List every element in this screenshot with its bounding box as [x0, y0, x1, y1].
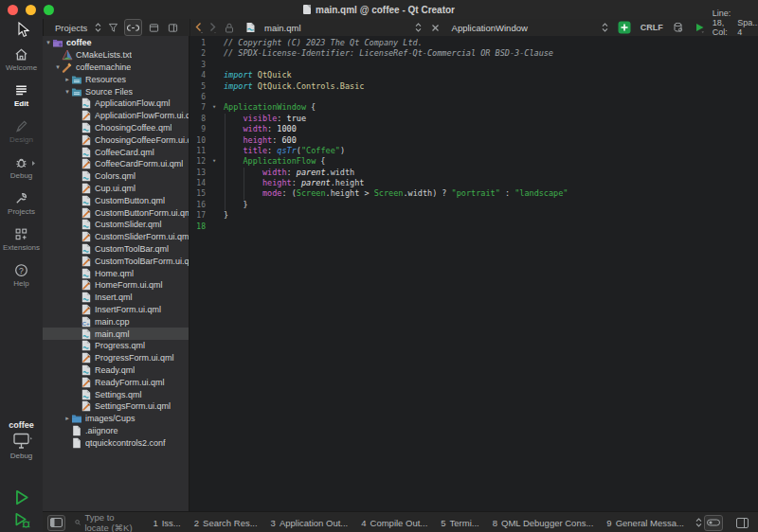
- pane-selector[interactable]: Projects: [55, 23, 87, 33]
- link-with-editor-toggle[interactable]: [124, 19, 142, 36]
- tree-item-applicationflowform-ui-qml[interactable]: ApplicationFlowForm.ui.qml: [43, 110, 189, 122]
- code-line-2[interactable]: 2 // SPDX-License-Identifier: LicenseRef…: [190, 48, 758, 59]
- tree-item-main-qml[interactable]: main.qml: [43, 328, 189, 340]
- sidebar-item-debug[interactable]: Debug: [0, 150, 43, 186]
- code-line-4[interactable]: 4 import QtQuick: [190, 70, 758, 80]
- kit-selector[interactable]: coffee Debug: [0, 420, 43, 460]
- code-line-18[interactable]: 18: [190, 222, 758, 232]
- tree-item-insertform-ui-qml[interactable]: InsertForm.ui.qml: [43, 304, 189, 316]
- code-line-7[interactable]: 7 ▾ ApplicationWindow {: [190, 102, 758, 113]
- run-button[interactable]: [13, 488, 30, 506]
- navigate-forward-icon[interactable]: [206, 20, 219, 35]
- tree-item-colors-qml[interactable]: Colors.qml: [43, 170, 189, 183]
- tree-item-custombutton-qml[interactable]: CustomButton.qml: [43, 194, 189, 206]
- output-pane-8[interactable]: 8 QML Debugger Cons...: [493, 518, 594, 528]
- zoom-window-button[interactable]: [44, 5, 54, 15]
- code-editor[interactable]: 1 // Copyright (C) 2023 The Qt Company L…: [190, 36, 758, 511]
- tree-item-settingsform-ui-qml[interactable]: SettingsForm.ui.qml: [43, 400, 189, 413]
- code-line-6[interactable]: 6: [190, 92, 758, 102]
- tree-item-coffee[interactable]: ▾ coffee: [43, 37, 189, 49]
- file-encoding-icon[interactable]: [671, 20, 685, 35]
- pane-selector-arrows-icon[interactable]: [93, 20, 103, 35]
- progress-details-toggle[interactable]: [704, 515, 723, 531]
- tree-item-settings-qml[interactable]: Settings.qml: [43, 388, 189, 400]
- code-line-1[interactable]: 1 // Copyright (C) 2023 The Qt Company L…: [190, 38, 758, 48]
- tree-item-choosingcoffeeform-ui-qml[interactable]: ChoosingCoffeeForm.ui.qml: [43, 133, 189, 146]
- code-line-12[interactable]: 12 ▾ ApplicationFlow {: [190, 156, 758, 167]
- tree-item-customtoolbarform-ui-qml[interactable]: CustomToolBarForm.ui.qml: [43, 255, 189, 267]
- tree-item-progressform-ui-qml[interactable]: ProgressForm.ui.qml: [43, 352, 189, 364]
- tree-item-coffeecard-qml[interactable]: CoffeeCard.qml: [43, 146, 189, 158]
- code-line-3[interactable]: 3: [190, 60, 758, 70]
- toggle-left-sidebar-icon[interactable]: [47, 515, 65, 531]
- minimize-window-button[interactable]: [26, 5, 36, 15]
- code-line-8[interactable]: 8 visible: true: [190, 114, 758, 124]
- qml-preview-button[interactable]: [616, 20, 633, 35]
- tree-item-customtoolbar-qml[interactable]: CustomToolBar.qml: [43, 243, 189, 256]
- sidebar-item-projects[interactable]: Projects: [0, 186, 43, 222]
- tree-item--aiignore[interactable]: .aiignore: [43, 425, 189, 437]
- tree-item-choosingcoffee-qml[interactable]: ChoosingCoffee.qml: [43, 122, 189, 134]
- code-line-5[interactable]: 5 import QtQuick.Controls.Basic: [190, 81, 758, 92]
- indent-settings[interactable]: Spa...: 4: [737, 18, 758, 37]
- line-ending-indicator[interactable]: CRLF: [641, 23, 663, 32]
- output-panes-arrows-icon[interactable]: [694, 515, 704, 530]
- output-pane-2[interactable]: 2 Search Res...: [194, 518, 258, 528]
- sidebar-item-help[interactable]: ? Help: [0, 257, 43, 293]
- tree-item-applicationflow-qml[interactable]: ApplicationFlow.qml: [43, 98, 189, 110]
- tree-item-customslider-qml[interactable]: CustomSlider.qml: [43, 219, 189, 231]
- tree-item-cup-ui-qml[interactable]: Cup.ui.qml: [43, 183, 189, 195]
- sidebar-item-extensions[interactable]: Extensions: [0, 222, 43, 257]
- close-document-icon[interactable]: [429, 20, 442, 35]
- output-pane-3[interactable]: 3 Application Out...: [271, 518, 349, 528]
- close-window-button[interactable]: [8, 5, 18, 15]
- tree-item-coffeemachine[interactable]: ▾ coffeemachine: [43, 62, 189, 74]
- output-pane-5[interactable]: 5 Termi...: [441, 518, 478, 528]
- expand-arrow-icon[interactable]: ▾: [54, 63, 62, 71]
- code-line-13[interactable]: 13 width: parent.width: [190, 168, 758, 178]
- expand-arrow-icon[interactable]: ▾: [63, 88, 71, 96]
- tree-item-homeform-ui-qml[interactable]: HomeForm.ui.qml: [43, 279, 189, 292]
- fold-marker-icon[interactable]: ▾: [208, 102, 220, 113]
- tree-item-custombuttonform-ui-qml[interactable]: CustomButtonForm.ui.qml: [43, 206, 189, 219]
- symbol-dropdown-arrows-icon[interactable]: [600, 20, 610, 35]
- debug-run-button[interactable]: [13, 511, 30, 529]
- code-line-10[interactable]: 10 height: 600: [190, 135, 758, 146]
- tree-item-coffeecardform-ui-qml[interactable]: CoffeeCardForm.ui.qml: [43, 158, 189, 170]
- run-preview-icon[interactable]: [693, 20, 707, 35]
- tree-item-home-qml[interactable]: Home.qml: [43, 267, 189, 279]
- fold-marker-icon[interactable]: ▾: [208, 156, 220, 167]
- code-line-17[interactable]: 17 }: [190, 210, 758, 221]
- tree-item-qtquickcontrols2-conf[interactable]: qtquickcontrols2.conf: [43, 436, 189, 449]
- expand-arrow-icon[interactable]: ▸: [63, 76, 71, 83]
- locator-input[interactable]: Type to locate (⌘K): [75, 512, 135, 532]
- output-pane-1[interactable]: 1 Iss...: [153, 518, 180, 528]
- filter-icon[interactable]: [106, 20, 120, 35]
- code-line-15[interactable]: 15 mode: (Screen.height > Screen.width) …: [190, 188, 758, 199]
- navigate-back-icon[interactable]: [192, 20, 206, 35]
- sync-root-icon[interactable]: [147, 20, 161, 35]
- open-file-name[interactable]: main.qml: [264, 23, 301, 33]
- toggle-right-sidebar-icon[interactable]: [734, 515, 750, 530]
- expand-arrow-icon[interactable]: ▸: [63, 415, 71, 422]
- sidebar-item-edit[interactable]: Edit: [0, 78, 43, 114]
- split-pane-icon[interactable]: [166, 20, 180, 35]
- code-line-11[interactable]: 11 title: qsTr("Coffee"): [190, 146, 758, 156]
- sidebar-item-welcome[interactable]: Welcome: [0, 42, 43, 78]
- tree-item-progress-qml[interactable]: Progress.qml: [43, 340, 189, 352]
- tree-item-resources[interactable]: ▸ Resources: [43, 73, 189, 85]
- tree-item-ready-qml[interactable]: Ready.qml: [43, 364, 189, 377]
- output-pane-9[interactable]: 9 General Messa...: [606, 518, 684, 528]
- tree-item-customsliderform-ui-qml[interactable]: CustomSliderForm.ui.qml: [43, 231, 189, 243]
- expand-arrow-icon[interactable]: ▾: [45, 39, 52, 46]
- tree-item-images-cups[interactable]: ▸ images/Cups: [43, 413, 189, 425]
- code-line-14[interactable]: 14 height: parent.height: [190, 178, 758, 188]
- output-pane-4[interactable]: 4 Compile Out...: [361, 518, 427, 528]
- file-dropdown-arrows-icon[interactable]: [413, 20, 424, 35]
- tree-item-cmakelists-txt[interactable]: CMakeLists.txt: [43, 49, 189, 62]
- tree-item-readyform-ui-qml[interactable]: ReadyForm.ui.qml: [43, 376, 189, 388]
- tree-item-source-files[interactable]: ▾ Source Files: [43, 85, 189, 98]
- tree-item-main-cpp[interactable]: C+ main.cpp: [43, 315, 189, 328]
- symbol-selector[interactable]: ApplicationWindow: [452, 23, 528, 33]
- code-line-16[interactable]: 16 }: [190, 200, 758, 210]
